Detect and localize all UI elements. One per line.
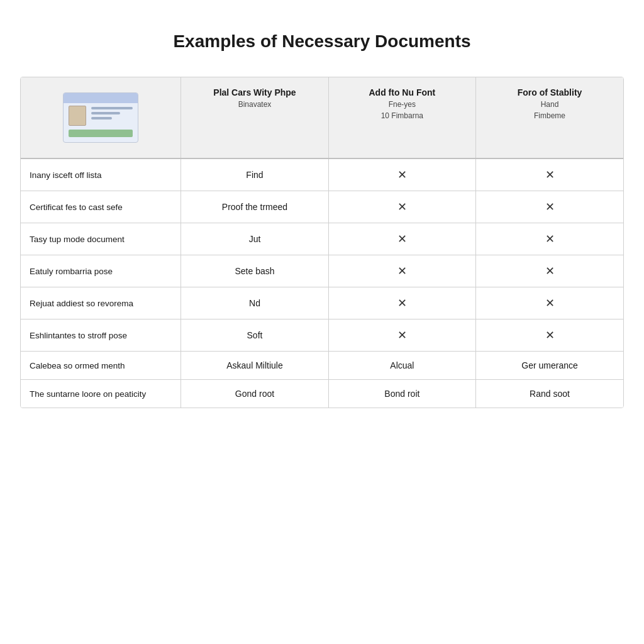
col-1-label: Plal Cars Wity Phpe xyxy=(190,87,319,97)
doc-header-bar xyxy=(64,93,138,103)
row-label-4: Rejuat addiest so revorema xyxy=(21,287,181,319)
header-col-3: Foro of Stablity Hand Fimbeme xyxy=(476,77,623,158)
table-row: Eshlintantes to stroff poseSoft✕✕ xyxy=(21,319,623,352)
row-col2-6: Alcual xyxy=(328,352,475,380)
row-col1-3: Sete bash xyxy=(181,255,328,287)
row-col2-5: ✕ xyxy=(328,319,475,352)
page-title: Examples of Necessary Documents xyxy=(20,25,624,58)
row-col1-4: Nd xyxy=(181,287,328,319)
doc-lines xyxy=(91,107,133,122)
doc-preview-graphic xyxy=(63,92,138,143)
table-row: Eatuly rombarria poseSete bash✕✕ xyxy=(21,255,623,287)
row-col2-7: Bond roit xyxy=(328,380,475,408)
doc-photo-box xyxy=(69,106,86,126)
row-label-0: Inany isceft off lista xyxy=(21,158,181,191)
table-row: Rejuat addiest so revoremaNd✕✕ xyxy=(21,287,623,319)
row-label-1: Certificat fes to cast sefe xyxy=(21,191,181,223)
col-2-label: Add fto Nu Font xyxy=(338,87,467,97)
col-3-sub2: Fimbeme xyxy=(485,111,614,120)
row-col2-1: ✕ xyxy=(328,191,475,223)
doc-bottom-bar xyxy=(69,130,133,137)
page-container: Examples of Necessary Documents xyxy=(14,13,630,421)
table-row: Tasy tup mode documentJut✕✕ xyxy=(21,223,623,255)
row-label-6: Calebea so ormed menth xyxy=(21,352,181,380)
table-header-row: Plal Cars Wity Phpe Binavatex Add fto Nu… xyxy=(21,77,623,158)
row-label-5: Eshlintantes to stroff pose xyxy=(21,319,181,352)
doc-line-3 xyxy=(91,117,112,119)
col-2-sub1: Fne-yes xyxy=(338,100,467,109)
document-image-preview xyxy=(30,87,172,148)
row-label-7: The suntarne loore on peaticity xyxy=(21,380,181,408)
row-col2-0: ✕ xyxy=(328,158,475,191)
header-col-1: Plal Cars Wity Phpe Binavatex xyxy=(181,77,328,158)
row-col2-3: ✕ xyxy=(328,255,475,287)
row-col3-4: ✕ xyxy=(476,287,623,319)
row-col3-3: ✕ xyxy=(476,255,623,287)
row-col1-0: Find xyxy=(181,158,328,191)
doc-line-2 xyxy=(91,112,120,114)
row-col1-2: Jut xyxy=(181,223,328,255)
doc-line-1 xyxy=(91,107,133,109)
col-3-label: Foro of Stablity xyxy=(485,87,614,97)
table-row: Certificat fes to cast sefeProof the trm… xyxy=(21,191,623,223)
table-wrapper: Plal Cars Wity Phpe Binavatex Add fto Nu… xyxy=(20,77,624,408)
row-col3-6: Ger umerance xyxy=(476,352,623,380)
table-row: Inany isceft off listaFind✕✕ xyxy=(21,158,623,191)
header-image-col xyxy=(21,77,181,158)
row-col2-2: ✕ xyxy=(328,223,475,255)
row-col1-1: Proof the trmeed xyxy=(181,191,328,223)
table-row: Calebea so ormed menthAskaul MiltiuleAlc… xyxy=(21,352,623,380)
row-col1-6: Askaul Miltiule xyxy=(181,352,328,380)
col-2-sub2: 10 Fimbarna xyxy=(338,111,467,120)
row-col3-0: ✕ xyxy=(476,158,623,191)
row-col3-5: ✕ xyxy=(476,319,623,352)
row-col3-1: ✕ xyxy=(476,191,623,223)
row-label-3: Eatuly rombarria pose xyxy=(21,255,181,287)
row-col1-7: Gond root xyxy=(181,380,328,408)
documents-table: Plal Cars Wity Phpe Binavatex Add fto Nu… xyxy=(21,77,623,408)
row-col2-4: ✕ xyxy=(328,287,475,319)
row-col1-5: Soft xyxy=(181,319,328,352)
row-col3-7: Rand soot xyxy=(476,380,623,408)
row-label-2: Tasy tup mode document xyxy=(21,223,181,255)
header-col-2: Add fto Nu Font Fne-yes 10 Fimbarna xyxy=(328,77,475,158)
col-3-sub1: Hand xyxy=(485,100,614,109)
col-1-sub: Binavatex xyxy=(190,100,319,109)
row-col3-2: ✕ xyxy=(476,223,623,255)
table-row: The suntarne loore on peaticityGond root… xyxy=(21,380,623,408)
table-body: Inany isceft off listaFind✕✕Certificat f… xyxy=(21,158,623,408)
